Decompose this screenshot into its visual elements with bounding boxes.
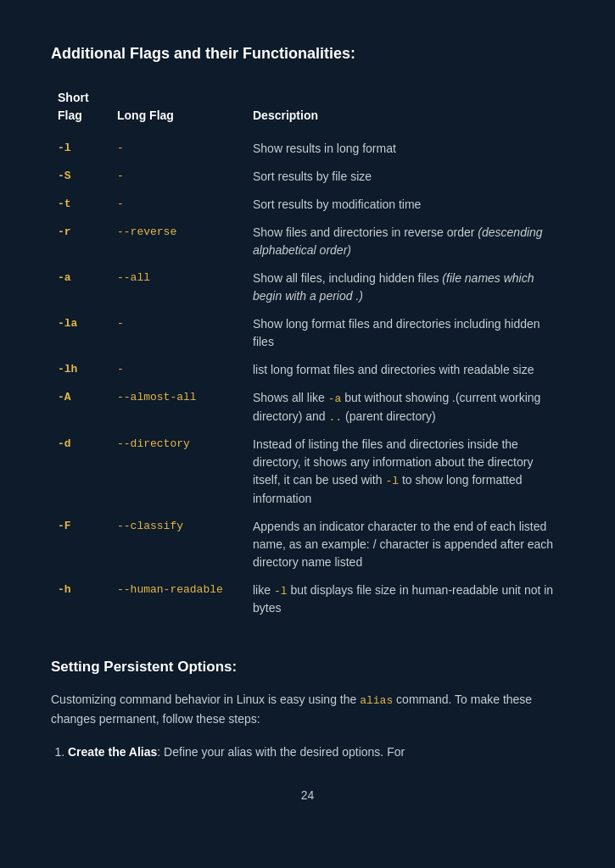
table-row: -A --almost-all Shows all like -a but wi…: [51, 384, 564, 431]
short-flag: -S: [51, 163, 110, 191]
step-bold: Create the Alias: [68, 745, 157, 759]
short-flag: -d: [51, 431, 110, 513]
short-flag: -a: [51, 264, 110, 310]
long-flag-code: --human-readable: [117, 583, 223, 596]
table-row: -la - Show long format files and directo…: [51, 310, 564, 356]
flags-section: Additional Flags and their Functionaliti…: [51, 42, 564, 622]
description: Show all files, including hidden files (…: [246, 264, 564, 310]
description: like -l but displays file size in human-…: [246, 576, 564, 623]
short-flag: -la: [51, 310, 110, 356]
table-row: -lh - list long format files and directo…: [51, 356, 564, 384]
persistent-options-section: Setting Persistent Options: Customizing …: [51, 656, 564, 761]
short-flag: -r: [51, 219, 110, 264]
description: Show results in long format: [246, 135, 564, 163]
col-header-desc: Description: [246, 82, 564, 135]
code-ref: -l: [385, 475, 399, 487]
flags-table: ShortFlag Long Flag Description -l - Sho…: [51, 82, 564, 622]
short-flag: -t: [51, 191, 110, 219]
description: Sort results by file size: [246, 163, 564, 191]
table-row: -d --directory Instead of listing the fi…: [51, 431, 564, 513]
table-row: -t - Sort results by modification time: [51, 191, 564, 219]
italic-desc: (file names which begin with a period .): [253, 271, 534, 303]
col-header-short: ShortFlag: [51, 82, 110, 135]
description: Sort results by modification time: [246, 191, 564, 219]
long-flag: --reverse: [110, 219, 246, 264]
alias-code: alias: [360, 694, 393, 707]
code-ref: -l: [274, 585, 288, 598]
description: Show files and directories in reverse or…: [246, 219, 564, 264]
description: Appends an indicator character to the en…: [246, 513, 564, 576]
col-header-long: Long Flag: [110, 82, 246, 135]
long-flag: -: [110, 191, 246, 219]
description: Instead of listing the files and directo…: [246, 431, 564, 513]
long-flag: --all: [110, 264, 246, 310]
table-row: -l - Show results in long format: [51, 135, 564, 163]
long-flag-code: --classify: [117, 520, 183, 532]
long-flag: --almost-all: [110, 384, 246, 431]
page-container: Additional Flags and their Functionaliti…: [0, 0, 615, 838]
code-ref: -a: [328, 392, 342, 405]
long-flag-code: --almost-all: [117, 391, 197, 403]
page-number: 24: [51, 787, 564, 804]
table-row: -r --reverse Show files and directories …: [51, 219, 564, 264]
short-flag: -F: [51, 513, 110, 576]
persistent-section-title: Setting Persistent Options:: [51, 656, 564, 678]
short-flag: -lh: [51, 356, 110, 384]
long-flag: -: [110, 356, 246, 384]
persistent-intro: Customizing command behavior in Linux is…: [51, 690, 564, 729]
description: Shows all like -a but without showing .(…: [246, 384, 564, 431]
flags-section-title: Additional Flags and their Functionaliti…: [51, 42, 564, 65]
table-row: -F --classify Appends an indicator chara…: [51, 513, 564, 576]
table-row: -S - Sort results by file size: [51, 163, 564, 191]
short-flag: -A: [51, 384, 110, 431]
short-flag: -l: [51, 135, 110, 163]
steps-list: Create the Alias: Define your alias with…: [51, 743, 564, 761]
long-flag: -: [110, 163, 246, 191]
long-flag-code: --reverse: [117, 225, 176, 238]
table-row: -h --human-readable like -l but displays…: [51, 576, 564, 623]
description: Show long format files and directories i…: [246, 310, 564, 356]
long-flag-code: --all: [117, 271, 150, 284]
long-flag: -: [110, 310, 246, 356]
long-flag: -: [110, 135, 246, 163]
long-flag-code: --directory: [117, 437, 190, 450]
code-ref: ..: [328, 411, 342, 424]
short-flag: -h: [51, 576, 110, 623]
italic-desc: (descending alphabetical order): [253, 225, 543, 257]
table-row: -a --all Show all files, including hidde…: [51, 264, 564, 310]
long-flag: --classify: [110, 513, 246, 576]
long-flag: --human-readable: [110, 576, 246, 623]
list-item: Create the Alias: Define your alias with…: [68, 743, 564, 761]
long-flag: --directory: [110, 431, 246, 513]
description: list long format files and directories w…: [246, 356, 564, 384]
